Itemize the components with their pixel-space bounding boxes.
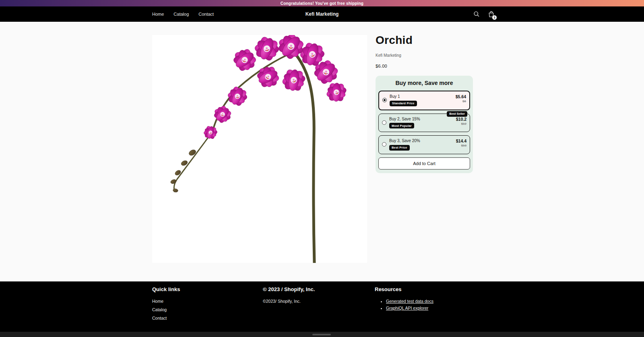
cart-count-badge: 3 bbox=[492, 15, 497, 20]
product-vendor: Kefi Marketing bbox=[376, 53, 473, 58]
footer-link-contact[interactable]: Contact bbox=[152, 316, 263, 320]
offer-widget-title: Buy more, Save more bbox=[378, 80, 470, 86]
footer-quick-links: Quick links Home Catalog Contact bbox=[152, 286, 263, 324]
offer-compare-price: $18 bbox=[456, 144, 466, 147]
quick-links-list: Home Catalog Contact bbox=[152, 299, 263, 320]
announcement-text: Congratulations! You've got free shippin… bbox=[281, 1, 363, 6]
offer-option-badge: Best Price bbox=[389, 145, 410, 151]
footer-link-catalog[interactable]: Catalog bbox=[152, 307, 263, 312]
radio-buy-3[interactable] bbox=[382, 142, 386, 147]
bottom-scrollbar-track bbox=[0, 332, 644, 337]
footer-columns: Quick links Home Catalog Contact © 2023 … bbox=[0, 281, 644, 324]
offer-option-label: Buy 3, Save 20% bbox=[389, 139, 466, 143]
resources-list: Generated test data docs GraphiQL API ex… bbox=[386, 299, 492, 310]
page: Congratulations! You've got free shippin… bbox=[0, 0, 644, 337]
resource-link-test-data-docs[interactable]: Generated test data docs bbox=[386, 299, 433, 304]
footer-resources: Resources Generated test data docs Graph… bbox=[375, 286, 492, 324]
site-header: Home Catalog Contact Kefi Marketing 3 bbox=[0, 6, 644, 22]
resource-link-graphiql[interactable]: GraphiQL API explorer bbox=[386, 306, 428, 310]
site-footer: Quick links Home Catalog Contact © 2023 … bbox=[0, 281, 644, 332]
offer-price: $14.4 bbox=[456, 139, 466, 143]
best-seller-tag: Best Seller bbox=[447, 111, 467, 117]
offer-option-prices: $14.4 $18 bbox=[456, 139, 466, 147]
store-title: Kefi Marketing bbox=[0, 11, 644, 17]
resources-heading: Resources bbox=[375, 286, 492, 292]
main-nav: Home Catalog Contact bbox=[152, 12, 214, 17]
orchid-image bbox=[152, 35, 367, 263]
offer-option-badge: Most Popular bbox=[389, 123, 414, 128]
offer-option-buy-2[interactable]: Best Seller Buy 2, Save 15% Most Popular… bbox=[378, 114, 470, 132]
offer-option-buy-3[interactable]: Buy 3, Save 20% Best Price $14.4 $18 bbox=[378, 135, 470, 154]
offer-price: $10.2 bbox=[456, 117, 466, 122]
product-info: Orchid Kefi Marketing $6.00 bbox=[376, 34, 473, 68]
copyright-subtext: ©2023/ Shopify, Inc. bbox=[263, 299, 375, 304]
radio-buy-1[interactable] bbox=[382, 98, 387, 102]
product-media bbox=[152, 35, 367, 263]
resource-item: GraphiQL API explorer bbox=[386, 306, 492, 310]
quantity-offer-widget: Buy more, Save more Buy 1 Standard Price… bbox=[376, 76, 473, 173]
offer-option-prices: $10.2 $12 bbox=[456, 117, 466, 126]
offer-option-prices: $5.64 $6 bbox=[456, 94, 466, 103]
announcement-bar: Congratulations! You've got free shippin… bbox=[0, 0, 644, 6]
radio-buy-2[interactable] bbox=[382, 120, 386, 125]
bottom-scrollbar-thumb[interactable] bbox=[312, 334, 331, 335]
quick-links-heading: Quick links bbox=[152, 286, 263, 292]
cart-bag-icon[interactable]: 3 bbox=[487, 10, 495, 18]
offer-option-label: Buy 1 bbox=[390, 94, 465, 99]
offer-compare-price: $6 bbox=[456, 99, 466, 103]
offer-compare-price: $12 bbox=[456, 122, 466, 126]
nav-catalog[interactable]: Catalog bbox=[173, 12, 189, 17]
search-icon[interactable] bbox=[473, 10, 481, 18]
add-to-cart-button[interactable]: Add to Cart bbox=[378, 157, 470, 170]
nav-home[interactable]: Home bbox=[152, 12, 164, 17]
footer-copyright: © 2023 / Shopify, Inc. ©2023/ Shopify, I… bbox=[263, 286, 375, 324]
footer-link-home[interactable]: Home bbox=[152, 299, 263, 304]
copyright-heading: © 2023 / Shopify, Inc. bbox=[263, 286, 375, 292]
product-price: $6.00 bbox=[376, 64, 473, 68]
offer-option-badge: Standard Price bbox=[390, 101, 417, 106]
main-content: Orchid Kefi Marketing $6.00 Buy more, Sa… bbox=[0, 22, 644, 281]
offer-option-buy-1[interactable]: Buy 1 Standard Price $5.64 $6 bbox=[378, 91, 470, 110]
offer-price: $5.64 bbox=[456, 94, 466, 99]
nav-contact[interactable]: Contact bbox=[198, 12, 214, 17]
offer-option-label: Buy 2, Save 15% bbox=[389, 117, 466, 121]
header-icons: 3 bbox=[473, 10, 495, 18]
resource-item: Generated test data docs bbox=[386, 299, 492, 304]
product-title: Orchid bbox=[376, 34, 473, 47]
